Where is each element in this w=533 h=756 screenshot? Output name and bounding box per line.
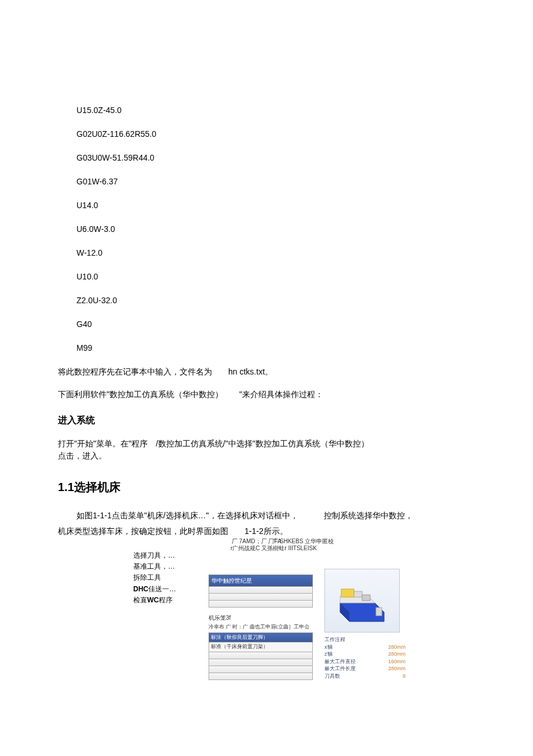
paragraph-save-file: 将此数控程序先在记事本中输入，文件名为hn ctks.txt。 bbox=[58, 366, 475, 378]
text-bold: DHC bbox=[133, 585, 148, 593]
code-line: G02U0Z-116.62R55.0 bbox=[76, 128, 475, 140]
code-line: G40 bbox=[76, 318, 475, 330]
spec-key: z轴 bbox=[324, 650, 333, 658]
panel-label-machine: 机乐笼3f bbox=[209, 613, 313, 622]
text: 程序 bbox=[159, 596, 173, 604]
menu-item-remove-tool[interactable]: 拆除工具 bbox=[133, 572, 176, 583]
lathe-machine-icon bbox=[333, 577, 391, 624]
spec-title: 工作注程 bbox=[324, 636, 406, 644]
menu-item-reference-tool[interactable]: 基准工具，… bbox=[133, 561, 176, 572]
svg-rect-3 bbox=[341, 589, 354, 597]
panel-row-selected[interactable]: 标洼（秋你良后置刀脚） bbox=[209, 633, 313, 643]
heading-enter-system: 进入系统 bbox=[58, 413, 475, 427]
text: 控制系统选择华中数控， bbox=[324, 511, 413, 520]
spec-row: x轴280mm bbox=[324, 644, 406, 651]
svg-rect-6 bbox=[376, 608, 382, 616]
panel-row-standard[interactable]: 标准（干床身前置刀架） bbox=[209, 642, 313, 652]
code-line: G03U0W-51.59R44.0 bbox=[76, 152, 475, 164]
spec-value: 280mm bbox=[388, 665, 406, 673]
spec-row: 最大工件直径160mm bbox=[324, 658, 406, 666]
paragraph-machine-type: 机床类型选择车床，按确定按钮，此时界面如图1-1-2所示。 bbox=[58, 525, 475, 537]
code-line: U6.0W-3.0 bbox=[76, 223, 475, 235]
menu-item-select-tool[interactable]: 选择刀具，… bbox=[133, 550, 176, 561]
text: /数控加工仿真系统/"中选择"数控加工仿真系统（华中数控） bbox=[156, 439, 369, 448]
code-line: W-12.0 bbox=[76, 247, 475, 259]
panel-header-huazhong[interactable]: 华中触控世纪星 bbox=[209, 575, 313, 587]
menu-item-dhc-send[interactable]: DHC佳送一… bbox=[133, 584, 176, 595]
text: 1-1-2所示。 bbox=[244, 526, 288, 536]
paragraph-software-intro: 下面利用软件"数控加工仿真系统（华中数控）"来介绍具体操作过程： bbox=[58, 388, 475, 401]
spec-value: 8 bbox=[403, 673, 406, 680]
spec-row: 最大工件长度280mm bbox=[324, 665, 406, 673]
text: 下面利用软件"数控加工仿真系统（华中数控） bbox=[58, 390, 223, 399]
text-bold: WC bbox=[147, 596, 159, 604]
code-line: Z2.0U-32.0 bbox=[76, 295, 475, 307]
menu-item-check-wc[interactable]: 检直WC程序 bbox=[133, 595, 176, 606]
nc-program-block: U15.0Z-45.0 G02U0Z-116.62R55.0 G03U0W-51… bbox=[76, 104, 475, 354]
text: 机床类型选择车床，按确定按钮，此时界面如图 bbox=[58, 526, 228, 536]
panel-empty-row[interactable] bbox=[209, 594, 313, 601]
text: 检直 bbox=[133, 596, 147, 604]
code-line: U14.0 bbox=[76, 199, 475, 212]
context-menu: 选择刀具，… 基准工具，… 拆除工具 DHC佳送一… 检直WC程序 bbox=[133, 550, 176, 606]
heading-select-machine: 1.1选择机床 bbox=[58, 478, 475, 496]
spec-key: 最大工件长度 bbox=[324, 665, 356, 673]
spec-key: x轴 bbox=[324, 644, 333, 651]
figure-dialog-area: 厂 7AMD；厂 厂FA 广 SHKEBS 立华申匿校 r广州战规C 又孫樹蛙r… bbox=[58, 541, 475, 726]
spec-row: z轴280mm bbox=[324, 650, 406, 658]
paragraph-figure-ref: 如图1-1-1点击菜单"机床/选择机床…"，在选择机床对话框中，控制系统选择华中… bbox=[58, 510, 475, 522]
panel-empty-row[interactable] bbox=[209, 601, 313, 608]
panel-empty-row[interactable] bbox=[209, 587, 313, 594]
spec-value: 280mm bbox=[388, 650, 406, 658]
spec-value: 160mm bbox=[388, 658, 406, 666]
code-line: U15.0Z-45.0 bbox=[76, 104, 475, 117]
svg-rect-5 bbox=[362, 595, 370, 601]
code-line: M99 bbox=[76, 342, 475, 354]
panel-empty-row[interactable] bbox=[209, 659, 313, 666]
svg-rect-4 bbox=[354, 591, 362, 597]
text: 点击，进入。 bbox=[58, 451, 107, 460]
caption-line2: r广州战规C 又孫樹蛙r IIITSLEISK bbox=[231, 544, 317, 552]
machine-preview-box bbox=[324, 569, 400, 633]
panel-sub-options: 冷幸布 广 时：广 曲也工申眉c立曲］工申仚 bbox=[209, 623, 313, 631]
machine-spec-box: 工作注程 x轴280mm z轴280mm 最大工件直径160mm 最大工件长度2… bbox=[324, 636, 406, 680]
code-line: U10.0 bbox=[76, 271, 475, 283]
panel-empty-row[interactable] bbox=[209, 673, 313, 680]
control-system-panel: 华中触控世纪星 机乐笼3f 冷幸布 广 时：广 曲也工申眉c立曲］工申仚 标洼（… bbox=[209, 575, 313, 680]
text: 如图1-1-1点击菜单"机床/选择机床…"，在选择机床对话框中， bbox=[76, 511, 298, 520]
spec-value: 280mm bbox=[388, 644, 406, 651]
text: "来介绍具体操作过程： bbox=[239, 390, 323, 399]
panel-empty-row[interactable] bbox=[209, 666, 313, 673]
paragraph-open-start: 打开"开始"菜单。在"程序/数控加工仿真系统/"中选择"数控加工仿真系统（华中数… bbox=[58, 438, 475, 462]
spec-key: 刀具数 bbox=[324, 673, 340, 680]
spec-key: 最大工件直径 bbox=[324, 658, 356, 666]
text: 将此数控程序先在记事本中输入，文件名为 bbox=[58, 367, 212, 376]
code-line: G01W-6.37 bbox=[76, 176, 475, 188]
panel-empty-row[interactable] bbox=[209, 652, 313, 659]
text: 佳送一… bbox=[148, 585, 176, 593]
text: 打开"开始"菜单。在"程序 bbox=[58, 439, 148, 448]
filename: hn ctks.txt。 bbox=[228, 367, 273, 376]
spec-row: 刀具数8 bbox=[324, 673, 406, 680]
